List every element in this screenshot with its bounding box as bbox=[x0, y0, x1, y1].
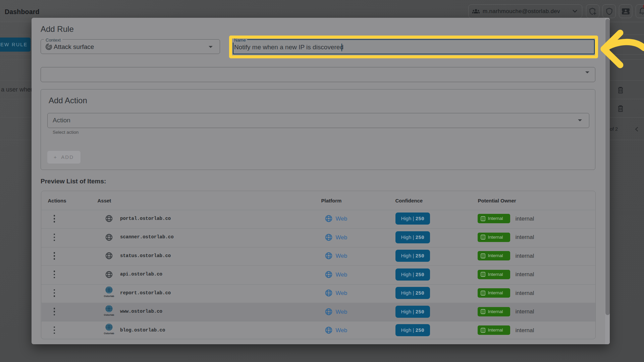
svg-text:Ostorlab: Ostorlab bbox=[104, 313, 114, 316]
svg-text:Ostorlab: Ostorlab bbox=[104, 332, 114, 335]
svg-text:Ostorlab: Ostorlab bbox=[104, 295, 114, 298]
